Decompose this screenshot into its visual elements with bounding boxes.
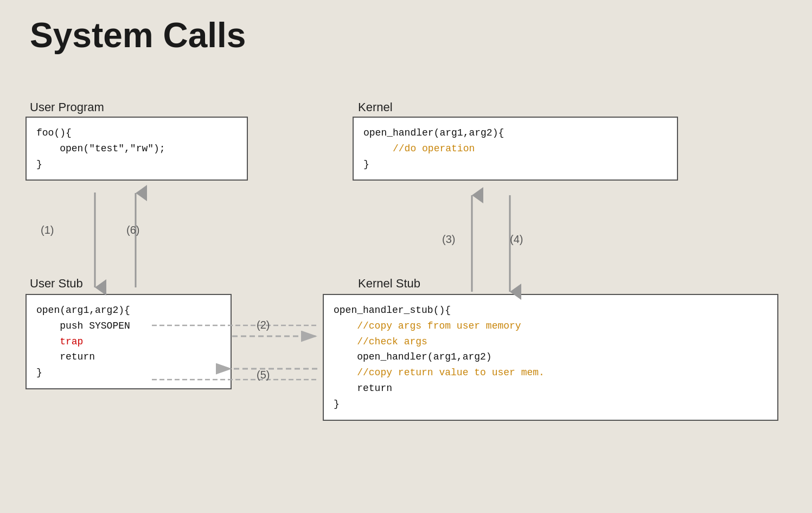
k-line3: } — [363, 159, 369, 170]
ks-line5: //copy return value to user mem. — [334, 367, 545, 378]
trap-keyword: trap — [60, 336, 83, 347]
ks-line3: //check args — [334, 336, 427, 347]
user-program-box: foo(){ open("test","rw"); } — [25, 117, 248, 181]
up-line2: open("test","rw"); — [36, 143, 165, 154]
step-6-label: (6) — [126, 224, 139, 236]
kernel-box: open_handler(arg1,arg2){ //do operation … — [353, 117, 678, 181]
ks-line1: open_handler_stub(){ — [334, 305, 451, 316]
k-comment: //do operation — [387, 143, 475, 154]
up-line1: foo(){ — [36, 127, 72, 138]
user-stub-label: User Stub — [30, 277, 83, 291]
step-3-label: (3) — [442, 233, 455, 246]
us-line3: trap — [36, 336, 83, 347]
page-title: System Calls — [30, 15, 246, 55]
ks-line4: open_handler(arg1,arg2) — [334, 351, 492, 362]
us-line1: open(arg1,arg2){ — [36, 305, 130, 316]
us-line4: return — [36, 351, 95, 362]
user-stub-box: open(arg1,arg2){ push SYSOPEN trap retur… — [25, 294, 232, 389]
kernel-stub-label: Kernel Stub — [358, 277, 420, 291]
user-program-label: User Program — [30, 100, 104, 114]
k-line2: //do operation — [363, 143, 475, 154]
k-line1: open_handler(arg1,arg2){ — [363, 127, 504, 138]
step-1-label: (1) — [41, 224, 54, 236]
ks-line2: //copy args from user memory — [334, 320, 521, 331]
up-line3: } — [36, 159, 42, 170]
us-line2: push SYSOPEN — [36, 320, 130, 331]
arrow-layer — [0, 0, 812, 513]
ks-line6: return — [334, 383, 392, 394]
kernel-label: Kernel — [358, 100, 393, 114]
step-2-label: (2) — [257, 319, 270, 331]
step-4-label: (4) — [510, 233, 523, 246]
us-line5: } — [36, 367, 42, 378]
ks-line7: } — [334, 399, 340, 409]
kernel-stub-box: open_handler_stub(){ //copy args from us… — [323, 294, 778, 421]
step-5-label: (5) — [257, 369, 270, 381]
